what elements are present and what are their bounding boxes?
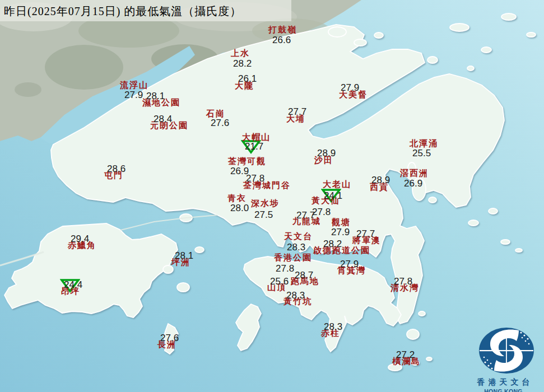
station-value: 28.1 (146, 91, 165, 101)
station-value: 27.6 (211, 118, 229, 128)
station-value: 27.9 (340, 259, 359, 269)
station-value: 28.3 (286, 291, 305, 300)
map-title: 昨日(2025年07月15日) 的最低氣溫（攝氏度） (4, 4, 241, 19)
station-value: 27.7 (288, 107, 306, 116)
station-value: 27.2 (396, 350, 415, 360)
station-value: 27.9 (331, 227, 350, 237)
station-name: 大帽山 (242, 133, 271, 142)
station-value: 28.0 (230, 203, 249, 213)
station-value: 25.5 (412, 148, 431, 158)
station-value: 28.9 (371, 175, 390, 185)
station-value: 27.9 (341, 83, 359, 92)
station-value: 26.6 (272, 35, 291, 45)
hko-logo: 香港天文台 HONG KONG OBSERVATORY (463, 325, 544, 392)
station-value: 24.1 (324, 191, 342, 200)
hko-logo-english-name: HONG KONG OBSERVATORY (463, 388, 544, 392)
station-value: 24.4 (64, 280, 82, 290)
station-name: 香港公園 (274, 254, 312, 262)
station-value: 28.1 (175, 251, 193, 260)
station-value: 27.7 (356, 229, 375, 239)
station-value: 27.5 (254, 210, 273, 220)
station-value: 29.4 (71, 234, 89, 244)
station-value: 27.8 (276, 264, 294, 273)
station-name: 天文台 (284, 232, 313, 241)
station-value: 27.9 (124, 90, 143, 100)
station-name: 大老山 (323, 180, 351, 189)
station-value: 28.4 (154, 114, 172, 124)
station-name: 滘西洲 (400, 169, 429, 178)
station-value: 26.9 (404, 179, 422, 188)
hko-min-temperature-map: 昨日(2025年07月15日) 的最低氣溫（攝氏度） 26.6打鼓嶺28.2上水… (0, 0, 544, 392)
hko-logo-emblem (463, 325, 544, 374)
station-value: 28.6 (107, 164, 125, 174)
station-value: 28.2 (233, 59, 252, 68)
station-value: 28.7 (295, 270, 313, 280)
station-name: 打鼓嶺 (268, 26, 297, 34)
station-value: 27.8 (394, 277, 412, 286)
station-value: 28.9 (317, 148, 336, 158)
station-value: 26.1 (238, 74, 257, 83)
station-value: 25.6 (270, 277, 289, 286)
station-name: 深水埗 (251, 199, 280, 208)
station-name: 流浮山 (120, 81, 148, 90)
station-name: 青衣 (227, 194, 247, 203)
station-value: 27.6 (160, 333, 179, 343)
station-name: 上水 (231, 49, 250, 58)
station-value: 27.8 (246, 174, 264, 183)
station-value: 28.2 (323, 239, 342, 249)
station-value: 27.7 (296, 211, 315, 220)
station-name: 觀塘 (332, 218, 351, 227)
hko-logo-chinese-name: 香港天文台 (463, 377, 544, 388)
station-value: 28.3 (287, 242, 305, 252)
station-value: 28.3 (324, 322, 342, 332)
station-value: 21.7 (245, 142, 263, 151)
station-name: 石崗 (206, 110, 225, 118)
station-name: 北潭涌 (410, 139, 438, 148)
station-name: 荃灣可觀 (228, 157, 266, 166)
